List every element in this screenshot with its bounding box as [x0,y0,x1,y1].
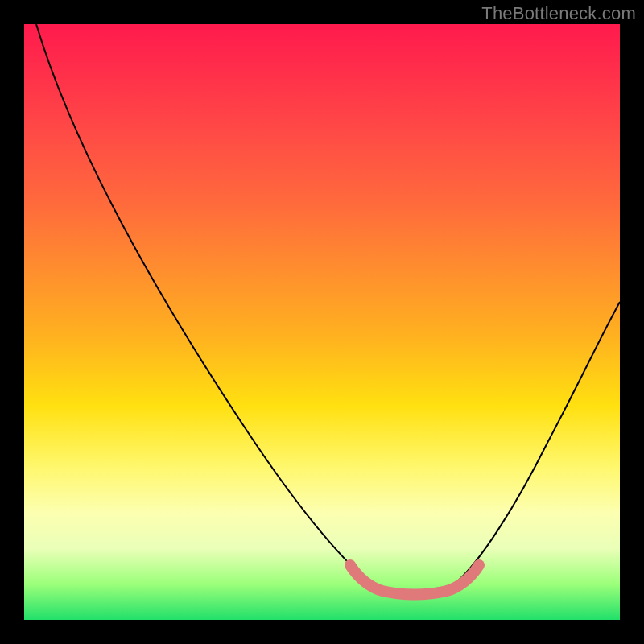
chart-svg [24,24,620,620]
gradient-plot-area [24,24,620,620]
optimal-band [350,565,479,595]
outer-frame: TheBottleneck.com [0,0,644,644]
watermark-text: TheBottleneck.com [481,3,636,24]
bottleneck-curve [36,24,620,591]
